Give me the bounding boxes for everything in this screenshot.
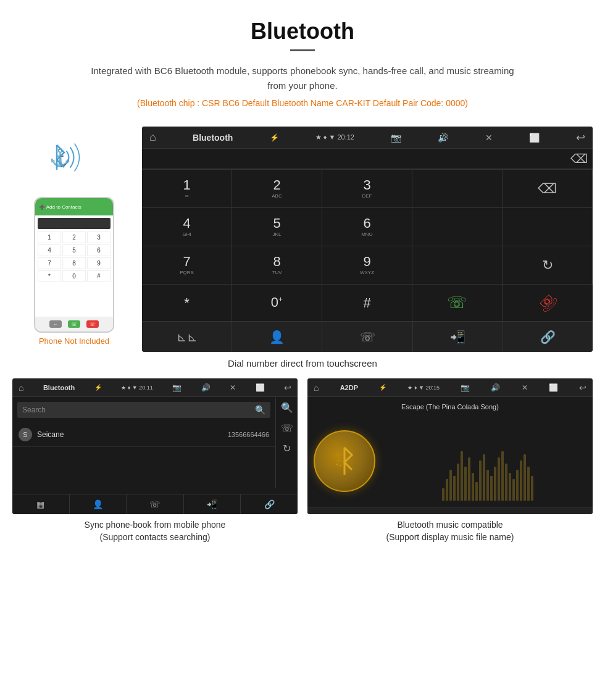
viz-bar — [472, 473, 474, 501]
pb-nav-bluetooth[interactable]: 📲 — [184, 494, 241, 514]
dial-key-star[interactable]: * — [142, 285, 232, 322]
viz-bar — [483, 454, 485, 501]
music-camera-icon[interactable]: 📷 — [461, 383, 470, 392]
window-icon[interactable]: ⬜ — [529, 133, 540, 143]
pb-close-icon[interactable]: ✕ — [230, 383, 236, 392]
pb-call-side-icon[interactable]: ☏ — [281, 422, 293, 434]
dial-refresh-btn[interactable]: ↻ — [503, 246, 593, 285]
dial-key-9[interactable]: 9 WXYZ — [322, 246, 412, 285]
music-screen: ⌂ A2DP ⚡ ★ ♦ ▼ 20:15 📷 🔊 ✕ ⬜ ↩ Escape (T… — [307, 378, 593, 514]
dial-key-8[interactable]: 8 TUV — [232, 246, 322, 285]
phonebook-caption-text: Sync phone-book from mobile phone(Suppor… — [85, 520, 226, 542]
music-caption-text: Bluetooth music compatible(Support displ… — [386, 520, 514, 542]
home-icon[interactable]: ⌂ — [149, 131, 156, 144]
viz-bar — [475, 482, 478, 501]
music-window-icon[interactable]: ⬜ — [549, 383, 558, 392]
pb-status: ★ ♦ ▼ 20:11 — [121, 385, 153, 391]
dial-key-1[interactable]: 1 ∞ — [142, 170, 232, 208]
car-screen-title: Bluetooth — [193, 133, 233, 143]
nav-person-btn[interactable]: 👤 — [232, 322, 322, 352]
dial-display: ⌫ — [142, 149, 593, 169]
dial-call-btn[interactable]: ☏ — [412, 285, 503, 322]
dial-key-3[interactable]: 3 DEF — [322, 170, 412, 208]
phone-key-5: 5 — [62, 244, 86, 256]
pb-contact-number: 13566664466 — [228, 431, 269, 438]
pb-refresh-side-icon[interactable]: ↻ — [283, 443, 291, 454]
viz-bar — [527, 467, 530, 501]
phone-key-0: 0 — [62, 270, 86, 282]
viz-bar — [498, 457, 500, 501]
viz-bar — [461, 451, 463, 501]
pb-contact-row[interactable]: S Seicane 13566664466 — [12, 423, 275, 447]
dial-empty-3 — [503, 208, 593, 246]
bluetooth-specs: (Bluetooth chip : CSR BC6 Default Blueto… — [12, 98, 593, 108]
dial-key-4[interactable]: 4 GHI — [142, 208, 232, 246]
pb-nav-phone[interactable]: ☏ — [127, 494, 184, 514]
screen-caption: Dial number direct from touchscreen — [0, 358, 605, 369]
dial-key-7[interactable]: 7 PQRS — [142, 246, 232, 285]
phone-key-7: 7 — [38, 257, 61, 269]
dial-key-5[interactable]: 5 JKL — [232, 208, 322, 246]
viz-bar — [449, 470, 452, 501]
nav-phone-btn[interactable]: ☏ — [322, 322, 412, 352]
pb-volume-icon[interactable]: 🔊 — [201, 383, 211, 392]
pb-nav-person[interactable]: 👤 — [70, 494, 127, 514]
page-title: Bluetooth — [12, 19, 593, 44]
nav-link-btn[interactable]: 🔗 — [503, 322, 593, 352]
dial-key-hash[interactable]: # — [322, 285, 412, 322]
pb-side-actions: 🔍 ☏ ↻ — [275, 397, 298, 488]
phone-bottom: ← ☏ ☏ — [35, 317, 113, 331]
music-song-area: Escape (The Pina Colada Song) — [307, 397, 593, 415]
music-usb-icon: ⚡ — [379, 384, 386, 391]
pb-search-side-icon[interactable]: 🔍 — [281, 402, 293, 414]
phone-bar-label: ➕ Add to Contacts — [39, 204, 109, 210]
dial-key-6[interactable]: 6 MNO — [322, 208, 412, 246]
phone-call-btn: ☏ — [68, 320, 80, 328]
car-screen-header: ⌂ Bluetooth ⚡ ★ ♦ ▼ 20:12 📷 🔊 ✕ ⬜ ↩ — [142, 127, 593, 149]
dial-backspace-btn[interactable]: ⌫ — [503, 170, 593, 208]
phone-key-6: 6 — [87, 244, 111, 256]
viz-bar — [505, 464, 507, 501]
phone-key-4: 4 — [38, 244, 61, 256]
dial-key-2[interactable]: 2 ABC — [232, 170, 322, 208]
phonebook-caption: Sync phone-book from mobile phone(Suppor… — [12, 519, 298, 543]
viz-bar — [479, 460, 482, 501]
phonebook-screen: ⌂ Bluetooth ⚡ ★ ♦ ▼ 20:11 📷 🔊 ✕ ⬜ ↩ Sear… — [12, 378, 298, 514]
phone-key-1: 1 — [38, 231, 61, 243]
camera-icon[interactable]: 📷 — [391, 133, 401, 143]
pb-home-icon[interactable]: ⌂ — [19, 383, 23, 393]
backspace-btn[interactable]: ⌫ — [570, 151, 588, 166]
dial-grid: 1 ∞ 2 ABC 3 DEF ⌫ 4 GHI 5 JKL — [142, 169, 593, 322]
volume-icon[interactable]: 🔊 — [438, 133, 448, 143]
phone-not-included-label: Phone Not Included — [39, 336, 109, 346]
back-icon[interactable]: ↩ — [576, 131, 585, 144]
viz-bar — [509, 473, 511, 501]
nav-bluetooth-btn[interactable]: 📲 — [413, 322, 503, 352]
pb-usb-icon: ⚡ — [94, 384, 102, 391]
phone-dial-grid: 1 2 3 4 5 6 7 8 9 * 0 # — [38, 231, 111, 282]
music-volume-icon[interactable]: 🔊 — [491, 383, 500, 392]
pb-search-bar[interactable]: Search 🔍 — [17, 402, 270, 418]
dial-empty-1 — [412, 170, 503, 208]
bottom-screens: ⌂ Bluetooth ⚡ ★ ♦ ▼ 20:11 📷 🔊 ✕ ⬜ ↩ Sear… — [0, 378, 605, 543]
svg-text:♫: ♫ — [335, 456, 343, 469]
viz-bar — [486, 470, 489, 501]
dial-key-0[interactable]: 0+ — [232, 285, 322, 322]
music-close-icon[interactable]: ✕ — [522, 383, 528, 392]
viz-bar — [442, 488, 444, 501]
close-icon[interactable]: ✕ — [485, 133, 493, 143]
pb-window-icon[interactable]: ⬜ — [256, 383, 265, 392]
car-bottom-nav: ⊾⊾ 👤 ☏ 📲 🔗 — [142, 322, 593, 352]
pb-nav-grid[interactable]: ▦ — [12, 494, 70, 514]
viz-bar — [501, 451, 504, 501]
pb-nav-link[interactable]: 🔗 — [241, 494, 298, 514]
music-back-icon[interactable]: ↩ — [579, 383, 586, 393]
viz-bar — [453, 476, 456, 501]
music-home-icon[interactable]: ⌂ — [314, 383, 319, 393]
pb-back-icon[interactable]: ↩ — [284, 383, 291, 393]
dial-hangup-btn[interactable]: ☏ — [503, 285, 593, 322]
music-status: ★ ♦ ▼ 20:15 — [407, 385, 440, 391]
nav-grid-btn[interactable]: ⊾⊾ — [142, 322, 232, 352]
phone-key-9: 9 — [87, 257, 111, 269]
pb-camera-icon[interactable]: 📷 — [172, 383, 182, 392]
